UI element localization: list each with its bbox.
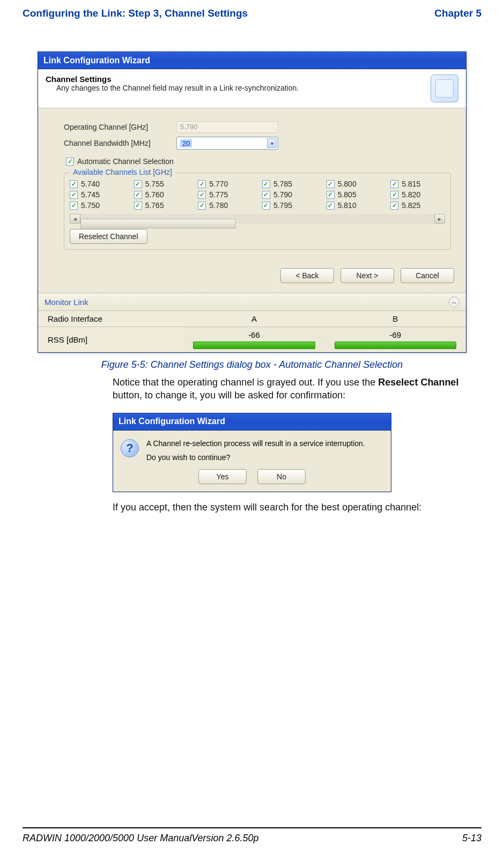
footer-right: 5-13 <box>462 833 481 844</box>
monitor-icon <box>431 75 458 102</box>
channel-checkbox[interactable]: ✓ <box>327 191 335 199</box>
channel-label: 5.795 <box>273 201 292 210</box>
header-right: Chapter 5 <box>434 8 481 19</box>
channel-item[interactable]: ✓5.740 <box>70 180 124 188</box>
channel-label: 5.785 <box>273 180 292 188</box>
auto-channel-label: Automatic Channel Selection <box>77 157 174 166</box>
channel-label: 5.755 <box>145 180 164 188</box>
channel-label: 5.815 <box>402 180 420 188</box>
channel-item[interactable]: ✓5.820 <box>390 190 445 199</box>
channel-label: 5.780 <box>209 201 228 210</box>
para1-bold: Reselect Channel <box>378 377 458 388</box>
operating-channel-label: Operating Channel [GHz] <box>64 123 176 131</box>
channel-item[interactable]: ✓5.775 <box>198 190 253 199</box>
page-header: Configuring the Link: Step 3, Channel Se… <box>0 0 504 25</box>
channel-checkbox[interactable]: ✓ <box>198 202 206 210</box>
available-channels-legend: Available Channels List [GHz] <box>70 168 175 176</box>
dialog-line1: A Channel re-selection process will resu… <box>146 439 365 448</box>
channel-checkbox[interactable]: ✓ <box>262 180 270 188</box>
operating-channel-value: 5.780 <box>176 121 278 133</box>
channel-label: 5.805 <box>338 190 357 199</box>
cancel-button[interactable]: Cancel <box>401 268 454 283</box>
dialog-titlebar[interactable]: Link Configuration Wizard <box>113 413 391 431</box>
channels-scrollbar[interactable]: ◄ ► <box>70 214 445 224</box>
channel-checkbox[interactable]: ✓ <box>390 202 398 210</box>
panel-header: Channel Settings Any changes to the Chan… <box>38 69 466 108</box>
header-left: Configuring the Link: Step 3, Channel Se… <box>23 8 248 19</box>
dialog-title: Link Configuration Wizard <box>118 417 225 426</box>
channel-label: 5.800 <box>338 180 357 188</box>
channel-checkbox[interactable]: ✓ <box>198 191 206 199</box>
channel-item[interactable]: ✓5.800 <box>327 180 381 188</box>
bandwidth-select[interactable]: 20 ▾ <box>176 137 278 150</box>
link-config-window: Link Configuration Wizard Channel Settin… <box>38 51 466 353</box>
channel-checkbox[interactable]: ✓ <box>327 202 335 210</box>
scroll-thumb[interactable] <box>80 219 236 228</box>
next-button[interactable]: Next > <box>340 268 394 283</box>
channel-checkbox[interactable]: ✓ <box>70 180 78 188</box>
channel-item[interactable]: ✓5.825 <box>390 201 445 210</box>
channel-checkbox[interactable]: ✓ <box>70 202 78 210</box>
channel-label: 5.750 <box>81 201 100 210</box>
channel-item[interactable]: ✓5.750 <box>70 201 124 210</box>
channel-label: 5.745 <box>81 190 100 199</box>
channel-checkbox[interactable]: ✓ <box>70 191 78 199</box>
channel-label: 5.820 <box>402 190 420 199</box>
channel-checkbox[interactable]: ✓ <box>134 180 142 188</box>
channel-checkbox[interactable]: ✓ <box>390 191 398 199</box>
collapse-icon[interactable]: ︽ <box>449 296 459 307</box>
channel-item[interactable]: ✓5.790 <box>262 190 317 199</box>
panel-subtitle: Any changes to the Channel field may res… <box>46 84 431 92</box>
paragraph-2: If you accept, then the system will sear… <box>113 501 477 514</box>
channel-checkbox[interactable]: ✓ <box>198 180 206 188</box>
channel-label: 5.760 <box>145 190 164 199</box>
channel-item[interactable]: ✓5.780 <box>198 201 253 210</box>
bandwidth-value: 20 <box>180 139 192 147</box>
channel-item[interactable]: ✓5.805 <box>327 190 381 199</box>
scroll-left-icon[interactable]: ◄ <box>70 214 80 224</box>
rss-label: RSS [dBm] <box>38 327 183 353</box>
window-titlebar[interactable]: Link Configuration Wizard <box>38 52 466 69</box>
channel-checkbox[interactable]: ✓ <box>327 180 335 188</box>
monitor-table: Radio Interface A B RSS [dBm] -66 -69 <box>38 310 466 352</box>
panel-title: Channel Settings <box>46 75 431 84</box>
channel-checkbox[interactable]: ✓ <box>390 180 398 188</box>
channel-item[interactable]: ✓5.760 <box>134 190 189 199</box>
yes-button[interactable]: Yes <box>198 469 247 484</box>
window-title-text: Link Configuration Wizard <box>43 56 150 65</box>
para1-part-c: button, to change it, you will be asked … <box>113 390 345 401</box>
radio-interface-label: Radio Interface <box>38 311 183 327</box>
scroll-right-icon[interactable]: ► <box>434 214 445 224</box>
channel-item[interactable]: ✓5.785 <box>262 180 317 188</box>
channel-item[interactable]: ✓5.765 <box>134 201 189 210</box>
channel-item[interactable]: ✓5.795 <box>262 201 317 210</box>
col-a-header: A <box>183 311 324 327</box>
page-footer: RADWIN 1000/2000/5000 User ManualVersion… <box>23 827 481 844</box>
available-channels-fieldset: Available Channels List [GHz] ✓5.740✓5.7… <box>64 173 451 250</box>
channel-label: 5.810 <box>338 201 357 210</box>
monitor-link-header[interactable]: Monitor Link ︽ <box>38 293 466 310</box>
chevron-down-icon[interactable]: ▾ <box>267 138 277 148</box>
question-icon: ? <box>121 439 139 457</box>
channel-label: 5.770 <box>209 180 228 188</box>
auto-channel-checkbox[interactable]: ✓ <box>66 158 74 166</box>
channel-item[interactable]: ✓5.770 <box>198 180 253 188</box>
channel-item[interactable]: ✓5.810 <box>327 201 381 210</box>
channel-checkbox[interactable]: ✓ <box>134 191 142 199</box>
channel-label: 5.825 <box>402 201 420 210</box>
rss-a-bar <box>193 342 315 349</box>
rss-b-value: -69 <box>389 330 401 339</box>
channel-item[interactable]: ✓5.745 <box>70 190 124 199</box>
channel-checkbox[interactable]: ✓ <box>134 202 142 210</box>
channel-item[interactable]: ✓5.815 <box>390 180 445 188</box>
reselect-channel-button[interactable]: Reselect Channel <box>70 229 147 244</box>
channel-checkbox[interactable]: ✓ <box>262 191 270 199</box>
figure-caption: Figure 5-5: Channel Settings dialog box … <box>27 359 477 370</box>
channel-item[interactable]: ✓5.755 <box>134 180 189 188</box>
back-button[interactable]: < Back <box>280 268 334 283</box>
no-button[interactable]: No <box>257 469 306 484</box>
channel-checkbox[interactable]: ✓ <box>262 202 270 210</box>
footer-left: RADWIN 1000/2000/5000 User ManualVersion… <box>23 833 259 844</box>
dialog-line2: Do you wish to continue? <box>146 453 365 462</box>
channel-label: 5.790 <box>273 190 292 199</box>
